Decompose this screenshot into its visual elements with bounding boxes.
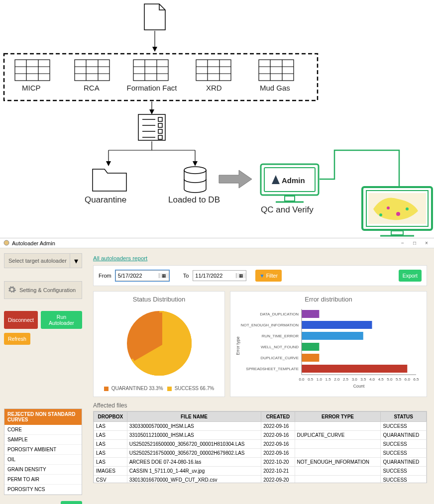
table-row[interactable]: LASUS25025216750000_3056720_00002H679802…	[94, 449, 427, 458]
table-cell: CASSIN 1_5711.00_1-44R_uv.jpg	[127, 467, 261, 476]
table-cell: 33033000570000_IHSM.LAS	[127, 422, 261, 431]
legend-swatch	[167, 387, 172, 391]
table-cell: SUCCESS	[381, 467, 427, 476]
svg-point-60	[379, 213, 382, 216]
list-item[interactable]: POROSITY NCS	[4, 485, 82, 495]
table-row[interactable]: CSV33013016670000_WFD_CUT_XRD.csv2022-09…	[94, 476, 427, 484]
arrow-right-icon	[219, 170, 252, 188]
grid-icon	[196, 60, 231, 81]
to-date-input[interactable]: ▦	[193, 270, 246, 281]
svg-text:1.5: 1.5	[326, 377, 331, 382]
to-date-field[interactable]	[193, 272, 236, 280]
gear-icon	[7, 285, 16, 295]
to-label: To	[183, 273, 189, 279]
app-title: Autoloader Admin	[12, 240, 55, 246]
window-minimize-button[interactable]: −	[398, 240, 407, 247]
svg-point-45	[184, 167, 206, 174]
list-item[interactable]: POROSITY AMBIENT	[4, 445, 82, 455]
svg-rect-65	[302, 343, 319, 351]
table-row[interactable]: LAS33105011210000_IHSM.LAS2022-09-16DUPL…	[94, 431, 427, 440]
affected-files-table[interactable]: DROPBOX FILE NAME CREATED ERROR TYPE STA…	[93, 411, 427, 483]
window-close-button[interactable]: ×	[422, 240, 431, 247]
svg-rect-66	[302, 354, 319, 362]
col-filename[interactable]: FILE NAME	[127, 412, 261, 422]
svg-rect-67	[302, 365, 407, 373]
export-button[interactable]: Export	[399, 270, 422, 282]
list-item[interactable]: SAMPLE	[4, 435, 82, 445]
diagram-label: XRD	[206, 84, 222, 92]
list-item[interactable]: GRAIN DENSITY	[4, 465, 82, 475]
table-cell: QUARANTINED	[381, 458, 427, 467]
table-cell: CSV	[94, 476, 127, 484]
table-cell: LAS	[94, 458, 127, 467]
table-row[interactable]: LAS33033000570000_IHSM.LAS2022-09-16SUCC…	[94, 422, 427, 431]
table-row[interactable]: LASUS25025216500000_3056720_00001H810304…	[94, 440, 427, 449]
from-date-field[interactable]	[116, 272, 159, 280]
list-item[interactable]: PERM TO AIR	[4, 475, 82, 485]
calendar-icon[interactable]: ▦	[159, 273, 169, 278]
filter-button[interactable]: ▼ Filter	[255, 270, 282, 282]
svg-rect-18	[196, 60, 231, 81]
table-row[interactable]: IMAGESCASSIN 1_5711.00_1-44R_uv.jpg2022-…	[94, 467, 427, 476]
svg-marker-42	[106, 161, 111, 166]
chevron-down-icon[interactable]: ▾	[70, 254, 82, 268]
svg-text:RUN_TIME_ERROR: RUN_TIME_ERROR	[262, 334, 299, 338]
svg-text:3.0: 3.0	[352, 377, 358, 382]
table-cell: 33105011210000_IHSM.LAS	[127, 431, 261, 440]
svg-text:SPREADSHEET_TEMPLATE: SPREADSHEET_TEMPLATE	[246, 367, 299, 371]
from-date-input[interactable]: ▦	[115, 270, 169, 281]
checklist-icon	[138, 114, 165, 140]
diagram-label: Formation Fact	[124, 84, 179, 92]
workflow-diagram: Admin MICP RCA Formation Fact XRD Mud Ga…	[0, 0, 434, 238]
disconnect-button[interactable]: Disconnect	[4, 311, 38, 329]
svg-point-57	[396, 212, 400, 216]
chart-title: Status Distribution	[98, 296, 220, 303]
error-distribution-chart: Error distribution	[230, 291, 427, 397]
svg-rect-62	[302, 310, 319, 318]
chart-title: Error distribution	[234, 296, 423, 303]
list-item[interactable]: OIL	[4, 455, 82, 465]
from-label: From	[99, 273, 111, 279]
col-created[interactable]: CREATED	[261, 412, 295, 422]
affected-files-section: Affected files DROPBOX FILE NAME CREATED…	[93, 402, 427, 483]
quarantine-label: Quarantine	[85, 195, 126, 205]
col-status[interactable]: STATUS	[381, 412, 427, 422]
svg-text:WELL_NOT_FOUND: WELL_NOT_FOUND	[261, 345, 299, 349]
svg-marker-29	[149, 109, 154, 114]
svg-rect-48	[285, 196, 295, 201]
status-distribution-chart: Status Distribution	[93, 291, 225, 397]
svg-text:6.0: 6.0	[405, 377, 411, 382]
settings-button[interactable]: Setting & Configuration	[4, 281, 82, 299]
refresh-button[interactable]: Refresh	[4, 333, 30, 345]
target-autoloader-dropdown[interactable]: Select target autoloader ▾	[4, 253, 82, 268]
table-cell	[295, 476, 381, 484]
list-item[interactable]: CORE	[4, 425, 82, 435]
col-dropbox[interactable]: DROPBOX	[94, 412, 127, 422]
svg-rect-32	[158, 117, 162, 121]
sidebar: Select target autoloader ▾ Setting & Con…	[0, 248, 86, 504]
svg-rect-23	[259, 60, 294, 81]
table-row[interactable]: LASARCRES DOE 07-24-080-16.las2022-10-20…	[94, 458, 427, 467]
table-cell: 2022-10-21	[261, 467, 295, 476]
table-cell	[295, 449, 381, 458]
all-autoloaders-report-link[interactable]: All autoloaders report	[93, 255, 147, 261]
run-autoloader-button[interactable]: Run Autoloader	[41, 311, 82, 329]
table-cell	[295, 440, 381, 449]
table-cell: 2022-09-16	[261, 449, 295, 458]
diagram-label: MICP	[22, 84, 41, 92]
calendar-icon[interactable]: ▦	[236, 273, 246, 278]
svg-point-58	[387, 206, 390, 209]
database-icon	[184, 167, 206, 193]
clean-button[interactable]: Clean	[61, 501, 82, 504]
diagram-label: RCA	[84, 84, 100, 92]
svg-text:NOT_ENOUGH_INFORMATION: NOT_ENOUGH_INFORMATION	[241, 323, 299, 327]
svg-text:1.0: 1.0	[317, 377, 323, 382]
monitor-map-icon	[362, 187, 432, 236]
window-maximize-button[interactable]: □	[410, 240, 419, 247]
app-window: Autoloader Admin − □ × Select target aut…	[0, 238, 434, 504]
table-cell: LAS	[94, 449, 127, 458]
affected-files-title: Affected files	[93, 402, 427, 409]
grid-icon	[259, 60, 294, 81]
svg-text:5.5: 5.5	[396, 377, 402, 382]
col-errortype[interactable]: ERROR TYPE	[295, 412, 381, 422]
